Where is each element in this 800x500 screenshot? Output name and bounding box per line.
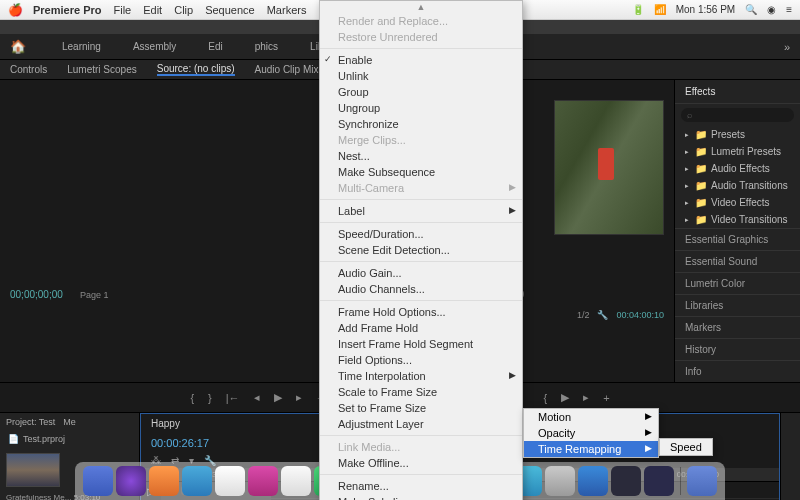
launchpad-icon[interactable] [149, 466, 179, 496]
app6-icon[interactable] [644, 466, 674, 496]
workspace-editing[interactable]: Edi [208, 41, 222, 52]
goto-in-icon[interactable]: |← [226, 392, 240, 404]
audio-meter [780, 413, 800, 500]
play-icon[interactable]: ▶ [274, 391, 282, 404]
menu-item[interactable]: Audio Gain... [320, 265, 522, 281]
source-pager[interactable]: Page 1 [80, 290, 109, 300]
menu-item[interactable]: Ungroup [320, 100, 522, 116]
apple-icon[interactable]: 🍎 [8, 3, 23, 17]
safari-icon[interactable] [182, 466, 212, 496]
finder-icon[interactable] [83, 466, 113, 496]
app-name: Premiere Pro [33, 4, 101, 16]
menu-item[interactable]: Synchronize [320, 116, 522, 132]
menu-item[interactable]: Scale to Frame Size [320, 384, 522, 400]
source-tc-left: 00;00;00;00 [10, 289, 63, 300]
menu-item[interactable]: Set to Frame Size [320, 400, 522, 416]
tab-lumetri-scopes[interactable]: Lumetri Scopes [67, 64, 136, 75]
timeline-tc[interactable]: 00:00:26:17 [151, 437, 209, 449]
menu-item[interactable]: ✓Enable [320, 52, 522, 68]
menu-item[interactable]: Rename... [320, 478, 522, 494]
folder-audio-fx[interactable]: 📁 Audio Effects [675, 160, 800, 177]
menu-item[interactable]: Make Subsequence [320, 164, 522, 180]
folder-audio-trans[interactable]: 📁 Audio Transitions [675, 177, 800, 194]
search-icon[interactable]: 🔍 [745, 4, 757, 15]
panel-info[interactable]: Info [675, 360, 800, 382]
dock-separator [680, 467, 681, 495]
menu-item[interactable]: Group [320, 84, 522, 100]
menu-edit[interactable]: Edit [143, 4, 162, 16]
menu-item: Link Media... [320, 439, 522, 455]
mail-icon[interactable] [215, 466, 245, 496]
program-scale[interactable]: 1/2 [577, 310, 590, 320]
workspace-learning[interactable]: Learning [62, 41, 101, 52]
trash-icon[interactable] [687, 466, 717, 496]
tab-source[interactable]: Source: (no clips) [157, 63, 235, 76]
tab-media[interactable]: Me [63, 417, 76, 427]
menu-item[interactable]: Audio Channels... [320, 281, 522, 297]
sequence-name[interactable]: Happy [151, 418, 180, 429]
menu-sequence[interactable]: Sequence [205, 4, 255, 16]
folder-video-fx[interactable]: 📁 Video Effects [675, 194, 800, 211]
menu-item[interactable]: Nest... [320, 148, 522, 164]
menu-item[interactable]: Make Subclip... [320, 494, 522, 500]
workspace-more[interactable]: » [784, 41, 790, 53]
menu-item[interactable]: Field Options... [320, 352, 522, 368]
program-tc: 00:04:00:10 [616, 310, 664, 320]
step-back-icon[interactable]: ◂ [254, 391, 260, 404]
submenu-item[interactable]: Motion▶ [524, 409, 658, 425]
clip-thumbnail[interactable] [6, 453, 60, 487]
menu-clip[interactable]: Clip [174, 4, 193, 16]
scroll-up-icon[interactable]: ▲ [320, 1, 522, 13]
mark-out-icon[interactable]: } [208, 392, 212, 404]
menu-icon[interactable]: ≡ [786, 4, 792, 15]
menu-file[interactable]: File [113, 4, 131, 16]
control-center-icon[interactable]: ◉ [767, 4, 776, 15]
menu-item[interactable]: Speed/Duration... [320, 226, 522, 242]
mark-in-icon[interactable]: { [190, 392, 194, 404]
panel-history[interactable]: History [675, 338, 800, 360]
battery-icon: 🔋 [632, 4, 644, 15]
prog-play-icon[interactable]: ▶ [561, 391, 569, 404]
menu-item[interactable]: Insert Frame Hold Segment [320, 336, 522, 352]
panel-essential-graphics[interactable]: Essential Graphics [675, 228, 800, 250]
submenu-item[interactable]: Time Remapping▶ [524, 441, 658, 457]
siri-icon[interactable] [116, 466, 146, 496]
tab-effect-controls[interactable]: Controls [10, 64, 47, 75]
home-icon[interactable]: 🏠 [10, 39, 26, 54]
workspace-graphics[interactable]: phics [255, 41, 278, 52]
workspace-assembly[interactable]: Assembly [133, 41, 176, 52]
menu-item[interactable]: Time Interpolation▶ [320, 368, 522, 384]
prog-step-fwd-icon[interactable]: ▸ [583, 391, 589, 404]
menu-item[interactable]: Add Frame Hold [320, 320, 522, 336]
photos-icon[interactable] [281, 466, 311, 496]
prog-add-icon[interactable]: + [603, 392, 609, 404]
step-fwd-icon[interactable]: ▸ [296, 391, 302, 404]
submenu-item[interactable]: Opacity▶ [524, 425, 658, 441]
folder-presets[interactable]: 📁 Presets [675, 126, 800, 143]
panel-markers[interactable]: Markers [675, 316, 800, 338]
music-icon[interactable] [248, 466, 278, 496]
menu-item[interactable]: Make Offline... [320, 455, 522, 471]
panel-essential-sound[interactable]: Essential Sound [675, 250, 800, 272]
menu-markers[interactable]: Markers [267, 4, 307, 16]
effects-search[interactable]: ⌕ [681, 108, 794, 122]
prog-mark-in-icon[interactable]: { [543, 392, 547, 404]
app4-icon[interactable] [545, 466, 575, 496]
tab-project[interactable]: Project: Test [6, 417, 55, 427]
menu-item[interactable]: Label▶ [320, 203, 522, 219]
premiere-icon[interactable] [611, 466, 641, 496]
keyframes-submenu: Motion▶Opacity▶Time Remapping▶ [523, 408, 659, 458]
menu-item[interactable]: Adjustment Layer [320, 416, 522, 432]
submenu2-item[interactable]: Speed [660, 439, 712, 455]
menu-item[interactable]: Unlink [320, 68, 522, 84]
panel-libraries[interactable]: Libraries [675, 294, 800, 316]
wrench-icon[interactable]: 🔧 [597, 310, 608, 320]
project-bin[interactable]: 📄 Test.prproj [0, 431, 139, 447]
menu-item[interactable]: Scene Edit Detection... [320, 242, 522, 258]
panel-lumetri-color[interactable]: Lumetri Color [675, 272, 800, 294]
app5-icon[interactable] [578, 466, 608, 496]
menu-item[interactable]: Frame Hold Options... [320, 304, 522, 320]
menu-item: Merge Clips... [320, 132, 522, 148]
folder-video-trans[interactable]: 📁 Video Transitions [675, 211, 800, 228]
folder-lumetri[interactable]: 📁 Lumetri Presets [675, 143, 800, 160]
